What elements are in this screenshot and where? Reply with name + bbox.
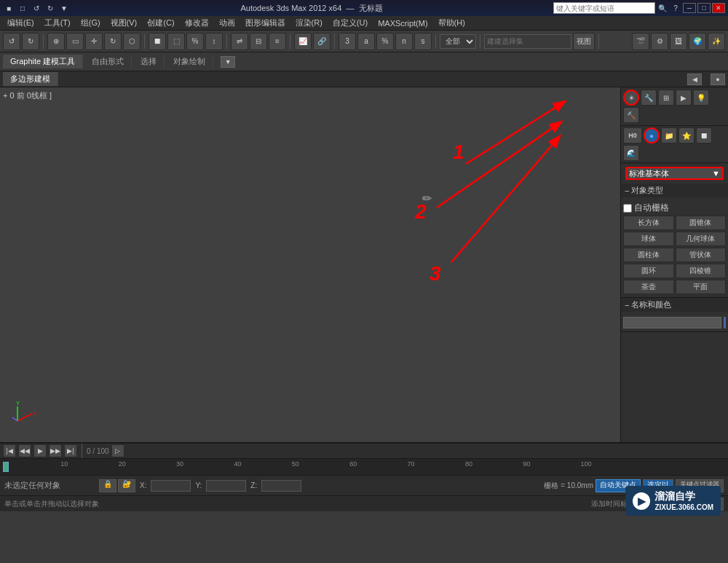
move-button[interactable]: ✛ <box>85 33 103 50</box>
render-btn[interactable]: 🎬 <box>632 33 649 50</box>
lock-btn[interactable]: 🔒 <box>99 479 116 492</box>
tab-graphite[interactable]: Graphite 建模工具 <box>3 55 83 68</box>
plane-btn[interactable]: 平面 <box>676 280 727 294</box>
modify-panel-icon[interactable]: 🔧 <box>641 90 657 106</box>
display-panel-icon[interactable]: 💡 <box>693 90 709 106</box>
teapot-btn[interactable]: 茶壶 <box>623 280 674 294</box>
select-obj-button[interactable]: ⊕ <box>47 33 65 50</box>
viewport[interactable]: + 0 前 0线框 ] 1 2 3 ✏ <box>0 87 620 442</box>
sphere-btn[interactable]: 球体 <box>623 232 674 246</box>
timeline-bar[interactable]: 0 10 20 30 40 50 60 70 80 90 100 <box>0 459 728 475</box>
curve-editor-button[interactable]: 📈 <box>294 33 312 50</box>
tab-object-paint[interactable]: 对象绘制 <box>166 55 213 68</box>
angle-snap-button[interactable]: ⬚ <box>167 33 185 50</box>
tab-polygon-modeling[interactable]: 多边形建模 <box>3 72 58 86</box>
geometry-type-btn[interactable]: H0 <box>623 127 642 143</box>
redo-button[interactable]: ↻ <box>22 33 39 50</box>
prev-key-btn[interactable]: ◀◀ <box>18 444 31 457</box>
close-button[interactable]: ✕ <box>712 3 725 13</box>
spacewarps-type-btn[interactable]: 🌊 <box>623 145 639 161</box>
color-swatch[interactable] <box>724 317 726 328</box>
lights-type-btn[interactable]: 📁 <box>661 127 677 143</box>
tab-select[interactable]: 选择 <box>133 55 165 68</box>
utilities-panel-icon[interactable]: 🔨 <box>623 107 639 123</box>
hierarchy-panel-icon[interactable]: ⊞ <box>658 90 674 106</box>
motion-panel-icon[interactable]: ▶ <box>676 90 692 106</box>
next-frame-btn[interactable]: ▶| <box>64 444 77 457</box>
align-button[interactable]: ⊟ <box>250 33 267 50</box>
menu-graph-editor[interactable]: 图形编辑器 <box>241 17 290 29</box>
tube-btn[interactable]: 管状体 <box>676 248 727 262</box>
snap-s-button[interactable]: s <box>414 33 432 50</box>
named-selection-input[interactable] <box>484 34 571 49</box>
select-filter-dropdown[interactable]: 全部 <box>440 34 476 49</box>
snap-a-button[interactable]: a <box>357 33 375 50</box>
ref-coord-dropdown[interactable]: 视图 <box>573 33 595 50</box>
y-input[interactable] <box>206 480 246 492</box>
search-input[interactable] <box>553 2 655 14</box>
snap-button[interactable]: 🔲 <box>149 33 166 50</box>
select-region-button[interactable]: ▭ <box>66 33 84 50</box>
torus-btn[interactable]: 圆环 <box>623 264 674 278</box>
quick-access-1[interactable]: □ <box>17 2 28 14</box>
menu-group[interactable]: 组(G) <box>76 17 105 29</box>
menu-maxscript[interactable]: MAXScript(M) <box>373 18 432 28</box>
help-icon[interactable]: ? <box>670 2 681 14</box>
shapes-type-btn[interactable]: ● <box>644 127 660 143</box>
menu-edit[interactable]: 编辑(E) <box>3 17 39 29</box>
pyramid-btn[interactable]: 四棱锥 <box>676 264 727 278</box>
tab-indicator-arrow[interactable]: ◀ <box>687 74 702 85</box>
x-input[interactable] <box>151 480 191 492</box>
mirror-button[interactable]: ⇌ <box>231 33 248 50</box>
cone-btn[interactable]: 圆锥体 <box>676 216 727 230</box>
undo-button[interactable]: ↺ <box>3 33 20 50</box>
scale-button[interactable]: ⬡ <box>123 33 141 50</box>
object-type-header[interactable]: − 对象类型 <box>621 184 728 197</box>
tab-indicator-dot[interactable]: ● <box>711 74 725 85</box>
menu-create[interactable]: 创建(C) <box>143 17 178 29</box>
rotate-button[interactable]: ↻ <box>104 33 122 50</box>
render-env-btn[interactable]: 🌍 <box>689 33 706 50</box>
z-input[interactable] <box>261 480 301 492</box>
menu-modifier[interactable]: 修改器 <box>181 17 213 29</box>
percent-snap-button[interactable]: % <box>186 33 204 50</box>
object-name-input[interactable] <box>623 317 721 328</box>
box-btn[interactable]: 长方体 <box>623 216 674 230</box>
schematic-button[interactable]: 🔗 <box>313 33 331 50</box>
cameras-type-btn[interactable]: ⭐ <box>678 127 695 143</box>
quick-access-2[interactable]: ↺ <box>31 2 42 14</box>
snap3d-button[interactable]: 3 <box>339 33 356 50</box>
cylinder-btn[interactable]: 圆柱体 <box>623 248 674 262</box>
render-effects-btn[interactable]: ✨ <box>708 33 725 50</box>
menu-view[interactable]: 视图(V) <box>106 17 142 29</box>
tab-freeform[interactable]: 自由形式 <box>84 55 132 68</box>
quick-access-4[interactable]: ▼ <box>58 2 70 14</box>
render-setup-btn[interactable]: ⚙ <box>651 33 668 50</box>
play-btn[interactable]: ▶ <box>33 444 47 457</box>
create-panel-icon[interactable]: ☀ <box>623 90 639 106</box>
auto-grid-checkbox[interactable] <box>623 204 632 213</box>
menu-help[interactable]: 帮助(H) <box>434 17 470 29</box>
prev-frame-btn[interactable]: |◀ <box>3 444 16 457</box>
select-lock-btn[interactable]: 🔐 <box>118 479 135 492</box>
restore-button[interactable]: □ <box>697 3 711 13</box>
layer-button[interactable]: ≡ <box>269 33 286 50</box>
render-frame-btn[interactable]: 🖼 <box>670 33 687 50</box>
menu-customize[interactable]: 自定义(U) <box>328 17 372 29</box>
menu-animation[interactable]: 动画 <box>215 17 240 29</box>
primitive-type-dropdown[interactable]: 标准基本体 ▼ <box>625 167 724 180</box>
snap-n-button[interactable]: n <box>395 33 413 50</box>
search-icon[interactable]: 🔍 <box>657 2 668 14</box>
snap-pct-button[interactable]: % <box>376 33 394 50</box>
minimize-button[interactable]: ─ <box>683 3 696 13</box>
name-color-header[interactable]: − 名称和颜色 <box>621 298 728 312</box>
geosphere-btn[interactable]: 几何球体 <box>676 232 727 246</box>
spinner-snap-button[interactable]: ↕ <box>205 33 223 50</box>
timeline-expand-btn[interactable]: ▷ <box>111 444 124 457</box>
menu-render[interactable]: 渲染(R) <box>291 17 327 29</box>
next-key-btn[interactable]: ▶▶ <box>49 444 62 457</box>
tab-more-indicator[interactable]: ▼ <box>221 56 235 68</box>
helpers-type-btn[interactable]: 🔲 <box>696 127 712 143</box>
quick-access-3[interactable]: ↻ <box>44 2 56 14</box>
menu-tools[interactable]: 工具(T) <box>40 17 75 29</box>
